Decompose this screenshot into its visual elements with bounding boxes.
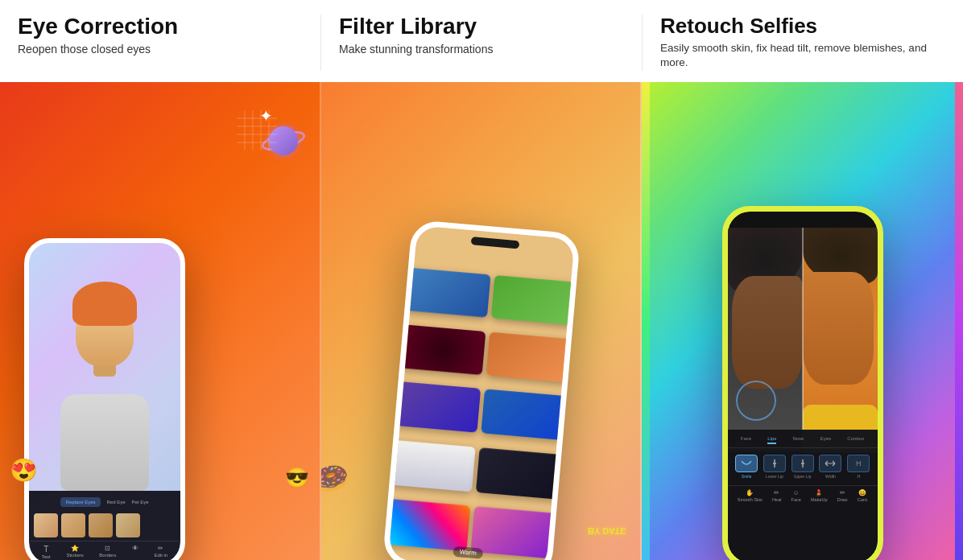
retouch-footer-tools: ✋ Smooth Skin ✏ Heal ☺ Face 💄	[728, 485, 878, 505]
before-half	[728, 228, 803, 453]
panel3-title: Retouch Selfies	[660, 14, 945, 38]
width-label: Width	[819, 474, 841, 479]
tab-contour[interactable]: Contour	[847, 436, 864, 444]
filter-thumb-9[interactable]	[388, 499, 470, 552]
lower-lip-shape	[763, 455, 786, 472]
phone-mockup-2: Warm	[382, 220, 581, 560]
phone-toolbar: Replace Eyes Red Eye Pet Eye	[29, 491, 180, 560]
panel3-header: Retouch Selfies Easily smooth skin, fix …	[643, 14, 963, 71]
eye-tabs-row: Replace Eyes Red Eye Pet Eye	[29, 491, 180, 510]
upper-lip-label: Upper Lip	[791, 474, 814, 479]
heart-eyes-emoji: 😍	[10, 457, 38, 484]
upper-lip-shape	[791, 455, 814, 472]
main-toolbar: T Text ⭐ Stickers ⊡ Borders 👁	[29, 541, 180, 560]
lower-lip-label: Lower Lip	[763, 474, 786, 479]
filter-thumb-2[interactable]	[490, 275, 574, 325]
tab-eyes[interactable]: Eyes	[820, 436, 831, 444]
tool-smooth-skin[interactable]: ✋ Smooth Skin	[738, 489, 763, 502]
phone-mockup-3: Before After Face Lips Nose	[722, 206, 883, 560]
before-after-face: Before After	[728, 228, 878, 453]
face-thumbnails	[29, 510, 180, 541]
sparkle-decoration: ✦	[259, 106, 273, 126]
tool-width[interactable]: Width	[819, 455, 841, 479]
tool-stickers[interactable]: ⭐ Stickers	[66, 545, 83, 559]
face-thumb-2[interactable]	[61, 513, 85, 537]
panel2-header: Filter Library Make stunning transformat…	[321, 14, 643, 71]
panel2-subtitle: Make stunning transformations	[339, 43, 624, 56]
tool-text[interactable]: T Text	[42, 545, 51, 559]
tool-caric[interactable]: 😄 Caric	[858, 489, 868, 502]
panel-retouch-selfies: Before After Face Lips Nose	[642, 82, 963, 560]
filter-thumb-1[interactable]	[405, 268, 490, 318]
tool-makeup[interactable]: 💄 MakeUp	[811, 489, 827, 502]
smile-shape	[735, 455, 758, 472]
phone-1-screen: Replace Eyes Red Eye Pet Eye	[29, 243, 180, 560]
face-thumb-1[interactable]	[34, 513, 58, 537]
neon-label: BY DATE	[588, 526, 626, 536]
filter-thumb-5[interactable]	[394, 381, 480, 433]
sunglasses-emoji: 😎	[285, 467, 309, 489]
phone-mockup-1: Replace Eyes Red Eye Pet Eye	[24, 238, 185, 560]
panel1-header: Eye Correction Reopen those closed eyes	[0, 14, 321, 71]
panel2-title: Filter Library	[339, 14, 624, 39]
tab-face[interactable]: Face	[741, 436, 751, 444]
tab-nose[interactable]: Nose	[792, 436, 804, 444]
panel-eye-correction: ✦	[0, 82, 321, 560]
width-shape	[819, 455, 841, 472]
phone-3-screen: Before After Face Lips Nose	[728, 212, 878, 560]
tool-upper-lip[interactable]: Upper Lip	[791, 455, 814, 479]
tab-lips[interactable]: Lips	[767, 436, 776, 444]
filter-thumb-7[interactable]	[388, 440, 475, 492]
filter-thumb-8[interactable]	[475, 447, 561, 500]
retouch-tabs: Face Lips Nose Eyes Contour	[728, 430, 878, 448]
h-shape: H	[847, 455, 870, 472]
panel3-subtitle: Easily smooth skin, fix head tilt, remov…	[660, 41, 945, 72]
tool-draw[interactable]: ✏ Draw	[837, 489, 848, 502]
panel-filter-library: Warm 🍩 BY DATE	[321, 82, 643, 560]
donut-sticker: 🍩	[321, 458, 353, 500]
filter-grid	[388, 244, 575, 560]
tool-heal[interactable]: ✏ Heal	[772, 489, 781, 502]
smile-label: Smile	[735, 474, 758, 479]
face-thumb-3[interactable]	[89, 513, 113, 537]
filter-thumb-10[interactable]	[470, 507, 557, 560]
h-label: H	[847, 474, 870, 479]
tool-edit[interactable]: ✏ Edit in	[154, 545, 167, 559]
tool-smile[interactable]: Smile	[735, 455, 758, 479]
pet-eye-tab[interactable]: Pet Eye	[132, 500, 149, 504]
red-eye-tab[interactable]: Red Eye	[107, 500, 126, 504]
after-half	[803, 228, 878, 453]
filter-thumb-3[interactable]	[399, 324, 485, 375]
tool-lower-lip[interactable]: Lower Lip	[763, 455, 786, 479]
panel1-subtitle: Reopen those closed eyes	[18, 43, 303, 56]
left-color-strip	[642, 82, 650, 560]
face-thumb-4[interactable]	[116, 513, 140, 537]
right-color-strip	[955, 82, 963, 560]
person-figure	[48, 282, 161, 491]
panel1-title: Eye Correction	[18, 14, 303, 39]
phone-2-screen: Warm	[388, 225, 575, 560]
retouch-tool-icons: Smile Lower Lip Upper Lip	[728, 448, 878, 485]
phone-notch	[471, 237, 520, 249]
panels-container: ✦	[0, 82, 963, 560]
tool-borders[interactable]: ⊡ Borders	[99, 545, 116, 559]
tool-eye[interactable]: 👁	[132, 545, 138, 559]
filter-thumb-4[interactable]	[486, 331, 571, 382]
header: Eye Correction Reopen those closed eyes …	[0, 0, 963, 82]
replace-eyes-tab[interactable]: Replace Eyes	[60, 497, 100, 507]
tool-face[interactable]: ☺ Face	[791, 489, 801, 502]
tool-h[interactable]: H H	[847, 455, 870, 479]
filter-thumb-6[interactable]	[481, 389, 567, 441]
retouch-bottom-ui: Face Lips Nose Eyes Contour Smile	[728, 430, 878, 560]
